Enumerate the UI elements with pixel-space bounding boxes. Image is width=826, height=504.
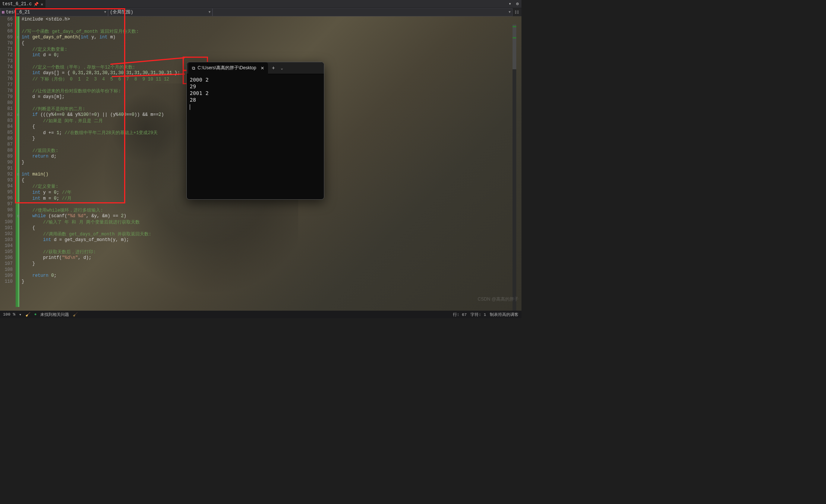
editor-tabbar: test_6_21.c 📌 ✕ ▾ ⚙ (0, 0, 521, 8)
terminal-title: C:\Users\高高的胖子\Desktop (198, 65, 256, 71)
breadcrumb: ▦ test_6_21 ▼ (全局范围) ▼ ▼ ⫿⫿ (0, 8, 521, 16)
crumb-scope[interactable]: (全局范围) ▼ (108, 8, 212, 16)
terminal-output[interactable]: 2000 2 29 2001 2 28 (187, 74, 324, 112)
terminal-tab-close-icon[interactable]: ✕ (258, 66, 264, 71)
file-icon: ▦ (2, 10, 4, 15)
crumb-member[interactable]: ▼ (212, 8, 513, 16)
minimap-mark (513, 26, 516, 27)
issues-label[interactable]: 未找到相关问题 (40, 312, 69, 317)
chevron-down-icon[interactable]: ▼ (104, 10, 106, 14)
terminal-newtab-icon[interactable]: + (268, 65, 278, 71)
terminal-cursor (190, 104, 190, 110)
terminal-dropdown-icon[interactable]: ⌄ (278, 66, 285, 70)
chevron-down-icon[interactable]: ▼ (509, 10, 511, 14)
code-editor[interactable]: 66#include <stdio.h> 67 68//写一个函数 get_da… (0, 16, 521, 311)
zoom-level[interactable]: 100 % (3, 312, 15, 317)
minimap-mark (513, 37, 516, 38)
crumb-scope-label: (全局范围) (110, 9, 133, 15)
terminal-titlebar[interactable]: ⧉ C:\Users\高高的胖子\Desktop ✕ + ⌄ (187, 62, 324, 74)
watermark: CSDN @高高的胖子 (477, 296, 518, 302)
crumb-file-label: test_6_21 (6, 10, 30, 15)
split-editor-icon[interactable]: ⫿⫿ (513, 9, 521, 15)
terminal-window: ⧉ C:\Users\高高的胖子\Desktop ✕ + ⌄ 2000 2 29… (186, 62, 324, 200)
pin-icon[interactable]: 📌 (34, 2, 39, 7)
gear-icon[interactable]: ⚙ (513, 1, 521, 7)
chevron-down-icon[interactable]: ▼ (209, 10, 211, 14)
status-mode[interactable]: 制表符高的调客 (490, 312, 518, 317)
crumb-file[interactable]: ▦ test_6_21 ▼ (0, 8, 108, 16)
cursor-position[interactable]: 行: 67 (453, 312, 467, 317)
dropdown-icon[interactable]: ▾ (507, 1, 513, 7)
file-tab[interactable]: test_6_21.c 📌 ✕ (0, 0, 45, 8)
char-count[interactable]: 字符: 1 (470, 312, 486, 317)
tab-label: test_6_21.c (2, 1, 32, 7)
minimap-thumb[interactable] (513, 25, 516, 69)
terminal-tab[interactable]: ⧉ C:\Users\高高的胖子\Desktop ✕ (188, 62, 268, 74)
tab-close-icon[interactable]: ✕ (41, 2, 43, 7)
check-icon: ● (34, 312, 37, 317)
broom-icon[interactable]: 🧹 (25, 312, 31, 317)
status-bar: 100 % ▾ 🧹 ● 未找到相关问题 🧹 行: 67 字符: 1 制表符高的调… (0, 311, 521, 318)
broom-icon[interactable]: 🧹 (73, 312, 78, 317)
terminal-icon: ⧉ (192, 66, 195, 71)
zoom-dropdown-icon[interactable]: ▾ (19, 312, 22, 317)
